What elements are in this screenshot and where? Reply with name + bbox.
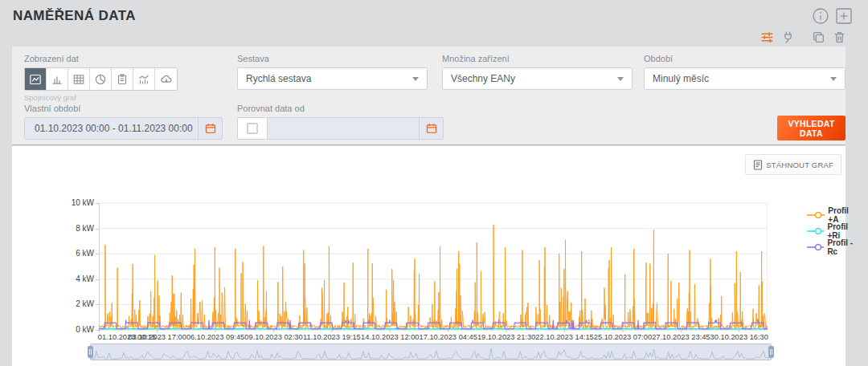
pie-chart-icon xyxy=(94,73,107,86)
custom-period-value: 01.10.2023 00:00 - 01.11.2023 00:00 xyxy=(25,123,198,134)
chevron-down-icon xyxy=(830,77,837,81)
view-button-table[interactable] xyxy=(68,68,90,90)
table-icon xyxy=(72,73,85,86)
legend-marker xyxy=(806,242,824,252)
compare-checkbox[interactable] xyxy=(247,123,258,134)
trash-icon[interactable] xyxy=(832,30,847,45)
custom-period-input[interactable]: 01.10.2023 00:00 - 01.11.2023 00:00 xyxy=(24,117,223,140)
compare-date-input[interactable] xyxy=(267,117,444,140)
legend-marker xyxy=(806,226,824,236)
legend-label: Profil +A xyxy=(828,206,854,224)
calendar-icon[interactable] xyxy=(198,118,222,139)
legend-item-profil-+ri[interactable]: Profil +Ri xyxy=(806,223,854,239)
measured-data-page: NAMĚŘENÁ DATA Zobrazení dat Spojnicový g… xyxy=(0,0,868,366)
header-toolbar-top xyxy=(811,6,854,26)
chevron-down-icon xyxy=(412,77,419,81)
download-chart-label: STÁHNOUT GRAF xyxy=(766,161,833,169)
filter-panel: Zobrazení dat Spojnicový graf Sestava Ry… xyxy=(12,47,845,145)
view-button-pie-chart[interactable] xyxy=(90,68,112,90)
info-icon[interactable] xyxy=(811,6,830,26)
view-button-line-chart[interactable] xyxy=(25,68,47,90)
navigator-mini-chart xyxy=(91,344,771,360)
view-button-clipboard[interactable] xyxy=(112,68,133,90)
period-label: Období xyxy=(644,54,673,63)
line-chart-icon xyxy=(29,73,42,86)
page-title: NAMĚŘENÁ DATA xyxy=(13,8,136,24)
compare-checkbox-cell xyxy=(237,117,268,140)
view-label: Zobrazení dat xyxy=(24,54,79,63)
y-axis-tick-label: 4 kW xyxy=(54,274,94,283)
view-button-group xyxy=(24,67,178,91)
legend-item-profil--rc[interactable]: Profil -Rc xyxy=(806,239,854,255)
cloud-download-icon xyxy=(160,73,173,86)
view-button-bar-chart[interactable] xyxy=(47,68,68,90)
line-chart-plot xyxy=(99,203,768,334)
clipboard-icon xyxy=(116,73,129,86)
view-button-combo-chart[interactable] xyxy=(133,68,155,90)
legend-item-profil-+a[interactable]: Profil +A xyxy=(806,207,854,223)
chart-range-navigator[interactable] xyxy=(90,344,772,360)
compare-label: Porovnat data od xyxy=(237,104,305,113)
combo-chart-icon xyxy=(137,73,150,86)
legend-marker xyxy=(806,210,825,220)
navigator-right-handle[interactable] xyxy=(768,346,774,358)
legend-label: Profil -Rc xyxy=(827,238,854,256)
filter-settings-icon[interactable] xyxy=(760,30,775,45)
period-dropdown[interactable]: Minulý měsíc xyxy=(644,67,845,90)
report-label: Sestava xyxy=(237,54,269,63)
devices-dropdown-value: Všechny EANy xyxy=(451,73,515,84)
copy-icon[interactable] xyxy=(811,30,826,45)
document-icon xyxy=(753,160,763,170)
custom-period-label: Vlastní období xyxy=(24,104,80,113)
report-dropdown-value: Rychlá sestava xyxy=(246,73,311,84)
header-toolbar-actions xyxy=(760,30,847,45)
chart-legend: Profil +AProfil +RiProfil -Rc xyxy=(806,207,854,255)
y-axis-tick-label: 10 kW xyxy=(54,198,94,207)
y-axis-tick-label: 2 kW xyxy=(54,299,94,308)
x-axis-tick-label: 30.10.2023 16:30 xyxy=(695,333,784,341)
navigator-left-handle[interactable] xyxy=(88,346,93,358)
legend-label: Profil +Ri xyxy=(827,222,854,240)
y-axis-tick-label: 8 kW xyxy=(54,224,94,233)
view-caption: Spojnicový graf xyxy=(24,93,76,102)
report-dropdown[interactable]: Rychlá sestava xyxy=(237,67,428,90)
chevron-down-icon xyxy=(617,77,624,81)
download-chart-button[interactable]: STÁHNOUT GRAF xyxy=(745,154,841,175)
add-icon[interactable] xyxy=(834,6,854,26)
plug-icon[interactable] xyxy=(780,30,796,45)
chart-panel: STÁHNOUT GRAF 0 kW2 kW4 kW6 kW8 kW10 kW … xyxy=(12,146,845,366)
devices-label: Množina zařízení xyxy=(442,54,510,63)
period-dropdown-value: Minulý měsíc xyxy=(653,73,709,84)
y-axis-tick-label: 6 kW xyxy=(54,249,94,258)
search-data-button[interactable]: VYHLEDAT DATA xyxy=(777,116,845,140)
devices-dropdown[interactable]: Všechny EANy xyxy=(442,67,633,90)
bar-chart-icon xyxy=(51,73,63,86)
view-button-cloud-download[interactable] xyxy=(155,68,177,90)
calendar-icon[interactable] xyxy=(419,118,443,139)
